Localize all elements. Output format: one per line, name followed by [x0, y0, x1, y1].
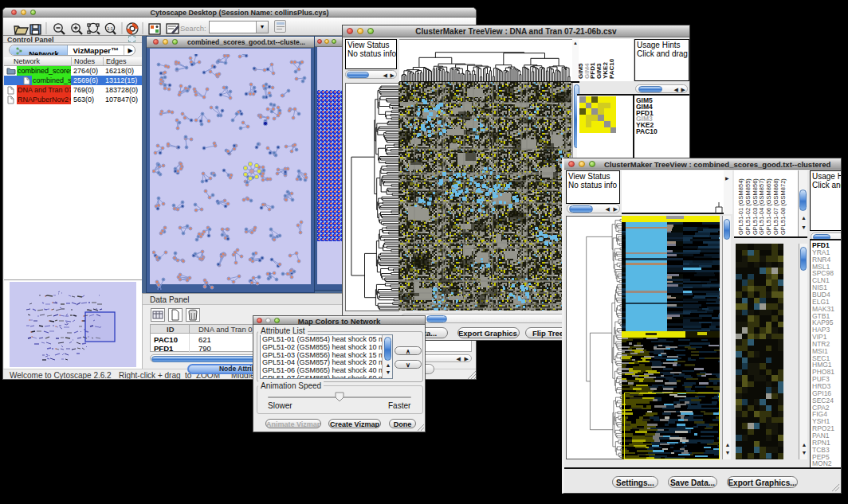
svg-text:GPL51-03 (GSM856): GPL51-03 (GSM856): [752, 178, 759, 235]
svg-text:GPL51-02 (GSM855): GPL51-02 (GSM855): [744, 178, 752, 235]
svg-text:GPL51-07 (GSM868): GPL51-07 (GSM868): [772, 178, 779, 235]
svg-text:PAC10: PAC10: [608, 58, 615, 79]
svg-text:Search:: Search:: [180, 24, 206, 33]
svg-text:GPL51-06 (GSM865): GPL51-06 (GSM865): [765, 178, 772, 235]
svg-text:1:1: 1:1: [107, 26, 113, 31]
svg-text:GPL51-01 (GSM854): GPL51-01 (GSM854): [737, 178, 744, 235]
svg-text:GPL51-04 (GSM857): GPL51-04 (GSM857): [758, 178, 765, 235]
svg-text:GPL51-08 (GSM872): GPL51-08 (GSM872): [779, 178, 787, 235]
